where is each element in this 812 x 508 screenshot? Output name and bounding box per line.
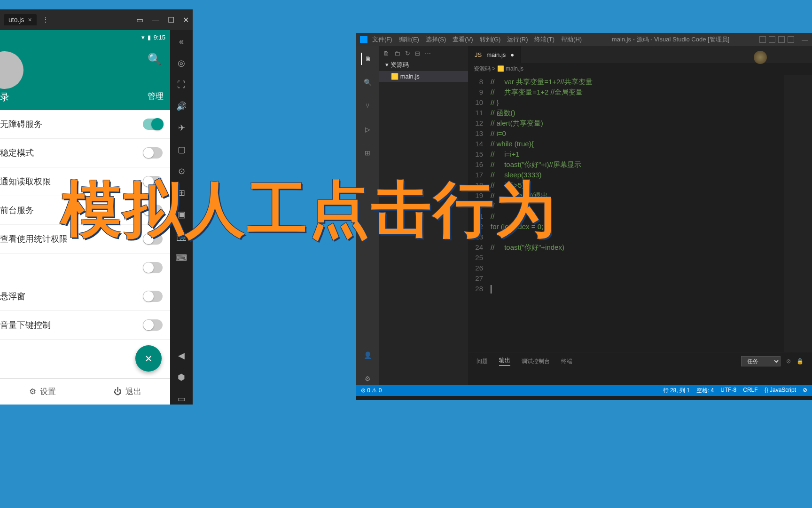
- panel-tab[interactable]: 输出: [499, 357, 510, 366]
- run-debug-icon[interactable]: ▷: [361, 123, 374, 135]
- setting-row[interactable]: 悬浮窗: [0, 282, 170, 311]
- record-icon[interactable]: ⊙: [176, 166, 187, 177]
- screenshot-icon[interactable]: ▣: [176, 209, 187, 220]
- more-icon[interactable]: ⋯: [425, 50, 431, 57]
- code-line[interactable]: 8// var 共享变量=1+2//共享变量: [468, 77, 812, 87]
- menu-item[interactable]: 终端(T): [534, 35, 554, 44]
- recents-icon[interactable]: ▭: [176, 393, 187, 405]
- code-line[interactable]: 13// i=0: [468, 128, 812, 139]
- code-line[interactable]: 24// toast("你好"+index): [468, 242, 812, 253]
- avatar[interactable]: [0, 51, 23, 89]
- collapse-all-icon[interactable]: ⊟: [415, 50, 420, 57]
- status-item[interactable]: {} JavaScript: [765, 387, 796, 395]
- keyboard-icon[interactable]: ⌨: [176, 252, 187, 263]
- code-line[interactable]: 12// alert(共享变量): [468, 118, 812, 128]
- home-icon[interactable]: ⬢: [176, 372, 187, 383]
- code-line[interactable]: 15// i=i+1: [468, 149, 812, 159]
- toggle-switch[interactable]: [143, 119, 163, 130]
- search-icon[interactable]: 🔍: [361, 76, 374, 88]
- status-problems[interactable]: ⊘ 0 ⚠ 0: [361, 387, 382, 394]
- setting-row[interactable]: 通知读取权限: [0, 167, 170, 196]
- volume-icon[interactable]: 🔊: [176, 101, 187, 112]
- minimize-icon[interactable]: —: [802, 36, 808, 43]
- panel-tab[interactable]: 问题: [476, 357, 488, 365]
- menu-item[interactable]: 编辑(E): [399, 35, 419, 44]
- toggle-switch[interactable]: [143, 233, 163, 245]
- extensions-icon[interactable]: ⊞: [361, 147, 374, 159]
- fab-close[interactable]: ×: [135, 345, 162, 372]
- menu-item[interactable]: 转到(G): [480, 35, 501, 44]
- status-item[interactable]: CRLF: [743, 387, 757, 395]
- search-icon[interactable]: 🔍: [148, 53, 162, 66]
- menu-item[interactable]: 帮助(H): [561, 35, 582, 44]
- menu-item[interactable]: 运行(R): [507, 35, 528, 44]
- code-line[interactable]: 26: [468, 263, 812, 273]
- settings-button[interactable]: ⚙ 设置: [29, 386, 56, 397]
- code-line[interactable]: 10// }: [468, 97, 812, 108]
- exit-button[interactable]: ⏻ 退出: [114, 386, 141, 397]
- login-label[interactable]: 录: [0, 91, 9, 103]
- close-window-icon[interactable]: ✕: [183, 16, 189, 24]
- editor-tab[interactable]: JS main.js ●: [468, 46, 521, 63]
- collapse-icon[interactable]: «: [176, 36, 187, 47]
- fullscreen-icon[interactable]: ⛶: [176, 79, 187, 90]
- code-line[interactable]: 28: [468, 284, 812, 294]
- toggle-switch[interactable]: [143, 262, 163, 273]
- setting-row[interactable]: 查看使用统计权限: [0, 225, 170, 254]
- crop-icon[interactable]: ▢: [176, 144, 187, 155]
- new-file-icon[interactable]: 🗎: [383, 50, 390, 57]
- status-item[interactable]: ⊘: [803, 387, 807, 395]
- setting-row[interactable]: 前台服务: [0, 196, 170, 225]
- setting-row[interactable]: [0, 254, 170, 282]
- clear-icon[interactable]: ⊘: [786, 358, 791, 365]
- code-line[interactable]: 22for (let index = 0;: [468, 222, 812, 232]
- code-line[interactable]: 25: [468, 253, 812, 263]
- setting-row[interactable]: 稳定模式: [0, 139, 170, 167]
- target-icon[interactable]: ◎: [176, 57, 187, 69]
- minimap[interactable]: [784, 75, 812, 352]
- status-item[interactable]: 行 28, 列 1: [663, 387, 690, 395]
- code-line[interactable]: 23: [468, 232, 812, 242]
- explorer-folder[interactable]: ▾ 资源码: [379, 59, 468, 71]
- code-line[interactable]: 19// break//退出: [468, 190, 812, 201]
- explorer-file[interactable]: 🟨 main.js: [379, 71, 468, 82]
- breadcrumb[interactable]: 资源码 > 🟨 main.js: [468, 63, 812, 75]
- toggle-switch[interactable]: [143, 205, 163, 216]
- code-editor[interactable]: 8// var 共享变量=1+2//共享变量9// 共享变量=1+2 //全局变…: [468, 75, 812, 352]
- refresh-icon[interactable]: ↻: [405, 50, 410, 57]
- lock-icon[interactable]: 🔒: [796, 358, 804, 365]
- layout-icon[interactable]: [778, 36, 785, 43]
- new-folder-icon[interactable]: 🗀: [394, 50, 400, 57]
- setting-row[interactable]: 无障碍服务: [0, 110, 170, 139]
- layout-icon[interactable]: [769, 36, 775, 43]
- more-icon[interactable]: ⋮: [42, 16, 50, 24]
- code-line[interactable]: 20//: [468, 201, 812, 211]
- code-line[interactable]: 21//: [468, 211, 812, 222]
- code-line[interactable]: 18// if (i>5){: [468, 180, 812, 190]
- toggle-switch[interactable]: [143, 291, 163, 302]
- minimize-icon[interactable]: —: [152, 16, 159, 24]
- toggle-switch[interactable]: [143, 176, 163, 187]
- back-icon[interactable]: ◀: [176, 350, 187, 361]
- status-item[interactable]: 空格: 4: [696, 387, 714, 395]
- code-line[interactable]: 17// sleep(3333): [468, 170, 812, 180]
- emulator-tab[interactable]: uto.js ×: [4, 14, 37, 25]
- layout-icon[interactable]: [788, 36, 794, 43]
- code-line[interactable]: 16// toast("你好"+i)//屏幕显示: [468, 159, 812, 170]
- cast-icon[interactable]: ▭: [136, 16, 143, 24]
- menu-item[interactable]: 查看(V): [453, 35, 473, 44]
- code-line[interactable]: 11// 函数(): [468, 108, 812, 118]
- manage-label[interactable]: 管理: [148, 91, 164, 102]
- camera-icon[interactable]: 📷: [176, 230, 187, 242]
- output-select[interactable]: 任务: [741, 356, 781, 366]
- status-item[interactable]: UTF-8: [720, 387, 736, 395]
- setting-row[interactable]: 音量下键控制: [0, 311, 170, 340]
- panel-tab[interactable]: 调试控制台: [522, 357, 550, 365]
- toggle-switch[interactable]: [143, 147, 163, 159]
- menu-item[interactable]: 文件(F): [372, 35, 392, 44]
- code-line[interactable]: 27: [468, 273, 812, 284]
- code-line[interactable]: 9// 共享变量=1+2 //全局变量: [468, 87, 812, 97]
- menu-item[interactable]: 选择(S): [426, 35, 446, 44]
- account-icon[interactable]: 👤: [361, 349, 374, 361]
- source-control-icon[interactable]: ⑂: [361, 100, 374, 112]
